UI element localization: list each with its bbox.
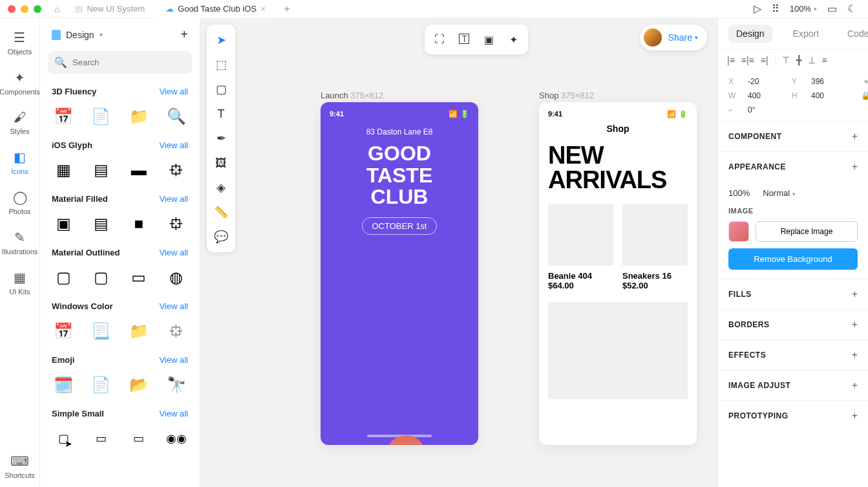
h-input[interactable]: 400 <box>811 91 850 100</box>
share-button[interactable]: Share ▾ <box>640 25 707 50</box>
align-hcenter-icon[interactable]: ≡|≡ <box>741 55 754 65</box>
opacity-input[interactable]: 100% <box>728 188 750 198</box>
folder-icon[interactable]: ▬ <box>129 159 149 181</box>
file-small-icon[interactable]: ▭ <box>90 427 111 449</box>
add-adjust-button[interactable]: + <box>852 380 858 391</box>
binoculars-icon[interactable]: ⯐ <box>166 320 187 342</box>
add-prototype-button[interactable]: + <box>852 410 858 422</box>
add-effect-button[interactable]: + <box>852 349 858 361</box>
view-all-link[interactable]: View all <box>159 355 188 365</box>
magnifier-icon[interactable]: 🔍 <box>166 105 187 127</box>
folder-icon[interactable]: ■ <box>129 213 149 235</box>
text-tool[interactable]: T <box>211 103 231 124</box>
mask-icon[interactable]: ▣ <box>478 28 500 50</box>
comment-tool[interactable]: 💬 <box>211 226 231 247</box>
y-input[interactable]: 396 <box>811 77 850 86</box>
add-border-button[interactable]: + <box>852 319 858 330</box>
calendar-emoji-icon[interactable]: 🗓️ <box>53 374 74 396</box>
document-icon[interactable]: 📄 <box>90 105 111 127</box>
w-input[interactable]: 400 <box>748 91 787 100</box>
calendar-icon[interactable]: 📅 <box>53 320 74 342</box>
binoculars-icon[interactable]: ◍ <box>166 266 187 288</box>
rail-styles[interactable]: 🖌 Styles <box>10 110 30 135</box>
lock-icon[interactable]: 🔒 <box>861 91 868 100</box>
search-input[interactable] <box>72 58 185 67</box>
folder-emoji-icon[interactable]: 📂 <box>129 374 149 396</box>
align-top-icon[interactable]: ⊤ <box>782 55 790 65</box>
view-all-link[interactable]: View all <box>159 248 188 257</box>
text-box-icon[interactable]: 🅃 <box>453 28 475 50</box>
tab-code[interactable]: Code <box>840 25 868 43</box>
view-all-link[interactable]: View all <box>159 194 188 204</box>
artboard-shop[interactable]: 9:41 📶🔋 Shop NEW ARRIVALS Beanie 404 $64… <box>539 102 697 445</box>
file-icon[interactable]: ▢ <box>90 266 111 288</box>
folder-small-icon[interactable]: ▭ <box>129 427 149 449</box>
view-all-link[interactable]: View all <box>159 409 188 418</box>
view-all-link[interactable]: View all <box>159 87 188 96</box>
add-component-button[interactable]: + <box>852 131 858 142</box>
rail-ui-kits[interactable]: ▦ UI Kits <box>9 270 30 296</box>
artboard-label-launch[interactable]: Launch 375×812 <box>321 91 383 100</box>
add-appearance-button[interactable]: + <box>852 161 858 173</box>
event-icon[interactable]: ▢ <box>53 266 74 288</box>
zoom-control[interactable]: 100% ▾ <box>790 4 817 14</box>
rail-objects[interactable]: ☰ Objects <box>8 30 32 56</box>
binoculars-icon[interactable]: ⯐ <box>166 159 187 181</box>
remove-background-button[interactable]: Remove Background <box>728 248 858 270</box>
align-bottom-icon[interactable]: ⊥ <box>808 55 816 65</box>
telescope-emoji-icon[interactable]: 🔭 <box>166 374 187 396</box>
calculator-icon[interactable]: ▦ <box>53 159 74 181</box>
artboard-label-shop[interactable]: Shop 375×812 <box>539 91 594 100</box>
crop-icon[interactable]: ⛶ <box>429 28 450 50</box>
maximize-window[interactable] <box>34 5 41 13</box>
canvas-area[interactable]: ➤ ⬚ ▢ T ✒ 🖼 ◈ 📏 💬 ⛶ 🅃 ▣ ✦ Share ▾ <box>200 18 717 487</box>
tab-export[interactable]: Export <box>785 25 827 43</box>
rectangle-tool[interactable]: ▢ <box>211 79 231 100</box>
calendar-icon[interactable]: 📅 <box>53 105 74 127</box>
pen-tool[interactable]: ✒ <box>211 128 231 149</box>
pointer-tool[interactable]: ➤ <box>211 30 231 50</box>
folder-icon[interactable]: 📁 <box>129 320 149 342</box>
x-input[interactable]: -20 <box>748 77 787 86</box>
comment-icon[interactable]: ▭ <box>827 3 837 15</box>
document-icon[interactable]: 📃 <box>90 320 111 342</box>
home-icon[interactable]: ⌂ <box>54 4 59 14</box>
event-icon[interactable]: ▣ <box>53 213 74 235</box>
rail-shortcuts[interactable]: ⌨ Shortcuts <box>5 453 34 479</box>
tab-new-ui-system[interactable]: ▤ New UI System <box>65 0 155 18</box>
angle-input[interactable]: 0° <box>748 105 787 114</box>
blend-mode-select[interactable]: Normal ▾ <box>763 188 796 198</box>
panel-title-dropdown[interactable]: Design ▾ <box>52 30 103 40</box>
image-thumbnail[interactable] <box>728 221 749 242</box>
align-vcenter-icon[interactable]: ╋ <box>796 55 801 65</box>
rail-components[interactable]: ✦ Components <box>0 70 40 96</box>
glasses-small-icon[interactable]: ◉◉ <box>166 427 187 449</box>
add-tab-button[interactable]: + <box>276 3 297 15</box>
view-all-link[interactable]: View all <box>159 301 188 311</box>
view-all-link[interactable]: View all <box>159 140 188 150</box>
component-tool[interactable]: ◈ <box>211 177 231 198</box>
replace-image-button[interactable]: Replace Image <box>756 221 858 242</box>
add-fill-button[interactable]: + <box>852 288 858 300</box>
rail-illustrations[interactable]: ✎ Illustrations <box>2 230 38 255</box>
dark-mode-icon[interactable]: ☾ <box>847 3 856 15</box>
tab-design[interactable]: Design <box>728 25 772 43</box>
ruler-tool[interactable]: 📏 <box>211 202 231 222</box>
rail-icons[interactable]: ◧ Icons <box>11 149 28 175</box>
align-right-icon[interactable]: ≡| <box>761 55 768 65</box>
folder-icon[interactable]: 📁 <box>129 105 149 127</box>
close-window[interactable] <box>8 5 16 13</box>
rail-photos[interactable]: ◯ Photos <box>8 189 30 215</box>
add-button[interactable]: + <box>180 27 188 42</box>
tab-good-taste-club[interactable]: ☁ Good Taste Club iOS × <box>155 0 276 18</box>
distribute-icon[interactable]: ≡ <box>822 55 827 65</box>
close-tab-icon[interactable]: × <box>260 4 266 14</box>
frame-tool[interactable]: ⬚ <box>211 54 231 75</box>
tidy-icon[interactable]: ✦ <box>502 28 524 50</box>
folder-icon[interactable]: ▭ <box>129 266 149 288</box>
note-icon[interactable]: ▤ <box>90 159 111 181</box>
page-emoji-icon[interactable]: 📄 <box>90 374 111 396</box>
play-icon[interactable]: ▷ <box>754 3 761 15</box>
image-tool[interactable]: 🖼 <box>211 153 231 173</box>
search-field[interactable]: 🔍 <box>48 51 192 74</box>
